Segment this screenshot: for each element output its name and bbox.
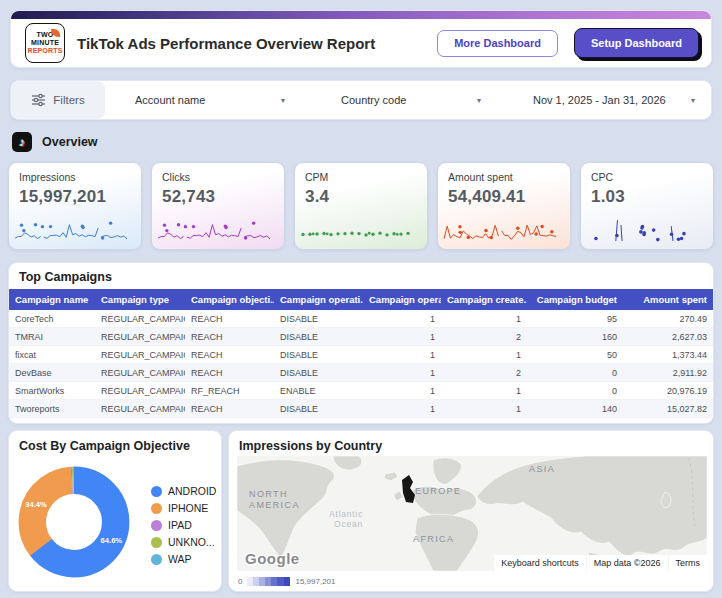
- world-map: NORTH AMERICA Atlantic Ocean EUROPE ASIA…: [237, 456, 707, 571]
- map-data-attribution: Map data ©2026: [587, 555, 668, 571]
- table-cell: 160: [527, 328, 623, 346]
- overview-label: Overview: [42, 135, 98, 149]
- sparkline-chart: [155, 211, 273, 247]
- map-label-asia: ASIA: [529, 464, 555, 474]
- legend-item-wap: WAP: [151, 553, 216, 565]
- sparkline-chart: [441, 211, 559, 247]
- legend-label: WAP: [168, 553, 192, 565]
- table-cell: 3: [441, 418, 527, 425]
- table-cell: REGULAR_CAMPAIGN: [95, 418, 185, 425]
- table-cell: 1,373.44: [623, 346, 713, 364]
- kpi-card-amount-spent: Amount spent 54,409.41: [437, 162, 571, 250]
- kpi-card-impressions: Impressions 15,997,201: [8, 162, 142, 250]
- table-header-row: Campaign nameCampaign typeCampaign objec…: [9, 289, 713, 310]
- table-cell: 1: [363, 400, 441, 418]
- table-cell: REGULAR_CAMPAIGN: [95, 382, 185, 400]
- date-range-label: Nov 1, 2025 - Jan 31, 2026: [533, 94, 666, 106]
- kpi-label: CPC: [591, 171, 703, 183]
- cost-by-objective-panel: Cost By Campaign Objective 64.6%34.4% AN…: [8, 430, 222, 592]
- table-cell: REACH: [185, 418, 274, 425]
- scale-max-label: 15,997,201: [295, 577, 335, 586]
- sparkline-chart: [584, 211, 702, 247]
- filters-button[interactable]: Filters: [11, 81, 105, 119]
- top-campaigns-panel: Top Campaigns Campaign nameCampaign type…: [8, 262, 714, 424]
- column-header: Campaign name: [9, 289, 95, 310]
- chevron-down-icon: ▾: [281, 96, 285, 105]
- kpi-value: 3.4: [305, 187, 417, 207]
- column-header: Campaign create...: [441, 289, 527, 310]
- donut-legend: ANDROID IPHONE IPAD UNKNO... WAP: [151, 485, 216, 565]
- table-cell: 0: [527, 364, 623, 382]
- table-row: TMRAIREGULAR_CAMPAIGNREACHDISABLE121602,…: [9, 328, 713, 346]
- kpi-label: Clicks: [162, 171, 274, 183]
- table-row: DevBaseREGULAR_CAMPAIGNREACHDISABLE1202,…: [9, 364, 713, 382]
- date-range-dropdown[interactable]: Nov 1, 2025 - Jan 31, 2026 ▾: [533, 81, 695, 119]
- map-canvas[interactable]: NORTH AMERICA Atlantic Ocean EUROPE ASIA…: [237, 456, 707, 571]
- kpi-card-cpc: CPC 1.03: [580, 162, 714, 250]
- campaigns-tbody: CoreTechREGULAR_CAMPAIGNREACHDISABLE1195…: [9, 310, 713, 424]
- column-header: Campaign operati...: [274, 289, 363, 310]
- map-color-scale: 0 15,997,201: [238, 577, 336, 586]
- table-cell: 1: [363, 418, 441, 425]
- cost-by-objective-title: Cost By Campaign Objective: [9, 431, 221, 455]
- kpi-card-row: Impressions 15,997,201 Clicks 52,743 CPM…: [8, 162, 714, 250]
- keyboard-shortcuts-button[interactable]: Keyboard shortcuts: [494, 555, 586, 571]
- legend-label: IPHONE: [168, 502, 208, 514]
- column-header: Campaign type: [95, 289, 185, 310]
- table-cell: 20,976.19: [623, 382, 713, 400]
- column-header: Campaign operati...: [363, 289, 441, 310]
- scale-gradient-bar: [247, 577, 290, 586]
- google-logo[interactable]: Google: [245, 550, 300, 567]
- kpi-value: 1.03: [591, 187, 703, 207]
- impressions-by-country-panel: Impressions by Country NORTH AMERICA: [228, 430, 714, 592]
- legend-label: IPAD: [168, 519, 192, 531]
- setup-dashboard-button[interactable]: Setup Dashboard: [574, 28, 699, 58]
- table-cell: REACH: [185, 346, 274, 364]
- table-cell: 2,911.92: [623, 364, 713, 382]
- table-cell: 1: [363, 328, 441, 346]
- header-gradient-strip: [11, 11, 711, 19]
- legend-label: UNKNO...: [168, 536, 215, 548]
- filters-label: Filters: [53, 94, 84, 106]
- legend-label: ANDROID: [168, 485, 216, 497]
- sparkline-chart: [298, 211, 416, 247]
- legend-dot: [151, 537, 162, 548]
- terms-link[interactable]: Terms: [669, 555, 708, 571]
- country-code-dropdown[interactable]: Country code ▾: [341, 81, 481, 119]
- table-cell: CoreTech: [9, 310, 95, 328]
- table-cell: REACH: [185, 310, 274, 328]
- table-cell: SmartWorks: [9, 382, 95, 400]
- table-cell: 140: [527, 400, 623, 418]
- table-cell: 1: [441, 346, 527, 364]
- table-cell: DevBase: [9, 364, 95, 382]
- table-cell: REGULAR_CAMPAIGN: [95, 400, 185, 418]
- table-cell: RF_REACH: [185, 382, 274, 400]
- map-label-atlantic: Atlantic: [329, 509, 363, 519]
- table-row: TworeportsREGULAR_CAMPAIGNREACHDISABLE11…: [9, 400, 713, 418]
- table-cell: fixcat: [9, 346, 95, 364]
- logo-line-3: REPORTS: [27, 47, 62, 55]
- more-dashboard-button[interactable]: More Dashboard: [437, 30, 558, 57]
- kpi-value: 15,997,201: [19, 187, 131, 207]
- map-label-america: AMERICA: [249, 500, 300, 510]
- table-row: SmartWorksREGULAR_CAMPAIGNRF_REACHENABLE…: [9, 382, 713, 400]
- country-code-label: Country code: [341, 94, 406, 106]
- table-cell: 2: [441, 364, 527, 382]
- table-cell: 50: [527, 346, 623, 364]
- table-cell: Tworeports: [9, 400, 95, 418]
- table-cell: 1: [363, 310, 441, 328]
- map-label-africa: AFRICA: [413, 534, 454, 544]
- filters-bar: Filters Account name ▾ Country code ▾ No…: [10, 80, 712, 120]
- table-cell: REACH: [185, 400, 274, 418]
- table-cell: DISABLE: [274, 418, 363, 425]
- sparkline-chart: [12, 211, 130, 247]
- table-cell: 1: [441, 400, 527, 418]
- scale-min-label: 0: [238, 577, 242, 586]
- column-header: Amount spent: [623, 289, 713, 310]
- kpi-value: 52,743: [162, 187, 274, 207]
- legend-item-android: ANDROID: [151, 485, 216, 497]
- account-name-dropdown[interactable]: Account name ▾: [135, 81, 285, 119]
- map-label-europe: EUROPE: [415, 486, 461, 496]
- donut-chart: 64.6%34.4%: [11, 459, 137, 585]
- table-cell: 2: [441, 328, 527, 346]
